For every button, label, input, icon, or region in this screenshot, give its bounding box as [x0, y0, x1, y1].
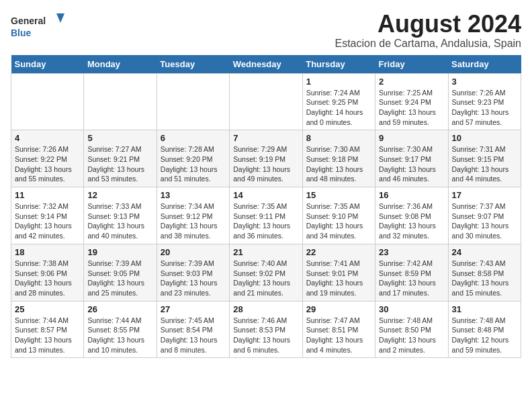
- day-info: Sunrise: 7:24 AM Sunset: 9:25 PM Dayligh…: [306, 88, 371, 128]
- day-info: Sunrise: 7:48 AM Sunset: 8:50 PM Dayligh…: [379, 316, 444, 355]
- day-number: 12: [87, 190, 152, 200]
- day-number: 22: [306, 247, 371, 257]
- day-of-week-header: Monday: [84, 55, 157, 74]
- calendar-day-cell: [11, 73, 84, 130]
- day-number: 28: [233, 304, 298, 314]
- calendar-day-cell: [230, 73, 302, 130]
- calendar-day-cell: 18Sunrise: 7:38 AM Sunset: 9:06 PM Dayli…: [11, 244, 84, 301]
- calendar-day-cell: 19Sunrise: 7:39 AM Sunset: 9:05 PM Dayli…: [84, 244, 157, 301]
- day-number: 10: [452, 133, 517, 143]
- title-area: August 2024 Estacion de Cartama, Andalus…: [335, 11, 522, 50]
- day-number: 31: [452, 304, 517, 314]
- day-info: Sunrise: 7:44 AM Sunset: 8:57 PM Dayligh…: [15, 316, 80, 355]
- calendar-day-cell: 23Sunrise: 7:42 AM Sunset: 8:59 PM Dayli…: [375, 244, 448, 301]
- calendar-day-cell: 28Sunrise: 7:46 AM Sunset: 8:53 PM Dayli…: [230, 301, 302, 358]
- day-number: 29: [306, 304, 371, 314]
- day-number: 15: [306, 190, 371, 200]
- calendar-body: 1Sunrise: 7:24 AM Sunset: 9:25 PM Daylig…: [11, 73, 521, 358]
- day-info: Sunrise: 7:28 AM Sunset: 9:20 PM Dayligh…: [161, 144, 226, 184]
- day-number: 13: [161, 190, 226, 200]
- calendar-day-cell: 26Sunrise: 7:44 AM Sunset: 8:55 PM Dayli…: [84, 301, 157, 358]
- day-info: Sunrise: 7:45 AM Sunset: 8:54 PM Dayligh…: [161, 316, 226, 355]
- calendar-day-cell: 17Sunrise: 7:37 AM Sunset: 9:07 PM Dayli…: [448, 187, 521, 244]
- day-number: 27: [161, 304, 226, 314]
- location: Estacion de Cartama, Andalusia, Spain: [335, 38, 522, 50]
- day-info: Sunrise: 7:41 AM Sunset: 9:01 PM Dayligh…: [306, 259, 371, 298]
- calendar-day-cell: [157, 73, 229, 130]
- day-info: Sunrise: 7:46 AM Sunset: 8:53 PM Dayligh…: [233, 316, 298, 355]
- day-of-week-header: Saturday: [448, 55, 521, 74]
- calendar-day-cell: 24Sunrise: 7:43 AM Sunset: 8:58 PM Dayli…: [448, 244, 521, 301]
- calendar-day-cell: 30Sunrise: 7:48 AM Sunset: 8:50 PM Dayli…: [375, 301, 448, 358]
- day-number: 18: [15, 247, 80, 257]
- day-of-week-header: Friday: [375, 55, 448, 74]
- calendar-day-cell: 15Sunrise: 7:35 AM Sunset: 9:10 PM Dayli…: [302, 187, 375, 244]
- calendar-header-row: SundayMondayTuesdayWednesdayThursdayFrid…: [11, 55, 521, 74]
- calendar-day-cell: [84, 73, 157, 130]
- day-info: Sunrise: 7:29 AM Sunset: 9:19 PM Dayligh…: [233, 144, 298, 184]
- day-info: Sunrise: 7:25 AM Sunset: 9:24 PM Dayligh…: [379, 88, 444, 128]
- day-number: 9: [379, 133, 444, 143]
- day-info: Sunrise: 7:42 AM Sunset: 8:59 PM Dayligh…: [379, 259, 444, 298]
- day-number: 24: [452, 247, 517, 257]
- day-number: 17: [452, 190, 517, 200]
- day-number: 5: [87, 133, 152, 143]
- day-info: Sunrise: 7:47 AM Sunset: 8:51 PM Dayligh…: [306, 316, 371, 355]
- day-info: Sunrise: 7:31 AM Sunset: 9:15 PM Dayligh…: [452, 144, 517, 184]
- day-number: 3: [452, 77, 517, 87]
- calendar-day-cell: 21Sunrise: 7:40 AM Sunset: 9:02 PM Dayli…: [230, 244, 302, 301]
- day-of-week-header: Wednesday: [230, 55, 302, 74]
- day-number: 8: [306, 133, 371, 143]
- calendar-day-cell: 22Sunrise: 7:41 AM Sunset: 9:01 PM Dayli…: [302, 244, 375, 301]
- logo-svg: General Blue: [11, 11, 64, 41]
- day-info: Sunrise: 7:35 AM Sunset: 9:11 PM Dayligh…: [233, 201, 298, 241]
- calendar-day-cell: 2Sunrise: 7:25 AM Sunset: 9:24 PM Daylig…: [375, 73, 448, 130]
- day-info: Sunrise: 7:43 AM Sunset: 8:58 PM Dayligh…: [452, 259, 517, 298]
- calendar-day-cell: 20Sunrise: 7:39 AM Sunset: 9:03 PM Dayli…: [157, 244, 229, 301]
- calendar-week-row: 11Sunrise: 7:32 AM Sunset: 9:14 PM Dayli…: [11, 187, 521, 244]
- calendar-week-row: 25Sunrise: 7:44 AM Sunset: 8:57 PM Dayli…: [11, 301, 521, 358]
- day-info: Sunrise: 7:39 AM Sunset: 9:05 PM Dayligh…: [87, 259, 152, 298]
- calendar-day-cell: 9Sunrise: 7:30 AM Sunset: 9:17 PM Daylig…: [375, 130, 448, 187]
- day-info: Sunrise: 7:32 AM Sunset: 9:14 PM Dayligh…: [15, 201, 80, 241]
- calendar-day-cell: 25Sunrise: 7:44 AM Sunset: 8:57 PM Dayli…: [11, 301, 84, 358]
- day-info: Sunrise: 7:34 AM Sunset: 9:12 PM Dayligh…: [161, 201, 226, 241]
- calendar-day-cell: 5Sunrise: 7:27 AM Sunset: 9:21 PM Daylig…: [84, 130, 157, 187]
- day-info: Sunrise: 7:39 AM Sunset: 9:03 PM Dayligh…: [161, 259, 226, 298]
- month-year: August 2024: [335, 11, 522, 38]
- day-info: Sunrise: 7:30 AM Sunset: 9:18 PM Dayligh…: [306, 144, 371, 184]
- day-number: 26: [87, 304, 152, 314]
- day-number: 1: [306, 77, 371, 87]
- calendar-day-cell: 16Sunrise: 7:36 AM Sunset: 9:08 PM Dayli…: [375, 187, 448, 244]
- day-info: Sunrise: 7:37 AM Sunset: 9:07 PM Dayligh…: [452, 201, 517, 241]
- day-number: 16: [379, 190, 444, 200]
- calendar-day-cell: 7Sunrise: 7:29 AM Sunset: 9:19 PM Daylig…: [230, 130, 302, 187]
- day-number: 21: [233, 247, 298, 257]
- day-number: 23: [379, 247, 444, 257]
- calendar-week-row: 18Sunrise: 7:38 AM Sunset: 9:06 PM Dayli…: [11, 244, 521, 301]
- header: General Blue August 2024 Estacion de Car…: [11, 11, 521, 50]
- calendar-day-cell: 11Sunrise: 7:32 AM Sunset: 9:14 PM Dayli…: [11, 187, 84, 244]
- day-number: 19: [87, 247, 152, 257]
- calendar-day-cell: 31Sunrise: 7:48 AM Sunset: 8:48 PM Dayli…: [448, 301, 521, 358]
- day-number: 25: [15, 304, 80, 314]
- day-info: Sunrise: 7:35 AM Sunset: 9:10 PM Dayligh…: [306, 201, 371, 241]
- svg-text:Blue: Blue: [11, 28, 32, 38]
- day-info: Sunrise: 7:26 AM Sunset: 9:22 PM Dayligh…: [15, 144, 80, 184]
- calendar-day-cell: 27Sunrise: 7:45 AM Sunset: 8:54 PM Dayli…: [157, 301, 229, 358]
- calendar-day-cell: 10Sunrise: 7:31 AM Sunset: 9:15 PM Dayli…: [448, 130, 521, 187]
- day-number: 14: [233, 190, 298, 200]
- day-of-week-header: Sunday: [11, 55, 84, 74]
- day-info: Sunrise: 7:30 AM Sunset: 9:17 PM Dayligh…: [379, 144, 444, 184]
- day-info: Sunrise: 7:36 AM Sunset: 9:08 PM Dayligh…: [379, 201, 444, 241]
- day-info: Sunrise: 7:27 AM Sunset: 9:21 PM Dayligh…: [87, 144, 152, 184]
- day-number: 6: [161, 133, 226, 143]
- day-number: 11: [15, 190, 80, 200]
- day-number: 7: [233, 133, 298, 143]
- day-info: Sunrise: 7:44 AM Sunset: 8:55 PM Dayligh…: [87, 316, 152, 355]
- svg-marker-2: [56, 13, 64, 23]
- calendar-day-cell: 29Sunrise: 7:47 AM Sunset: 8:51 PM Dayli…: [302, 301, 375, 358]
- calendar-day-cell: 13Sunrise: 7:34 AM Sunset: 9:12 PM Dayli…: [157, 187, 229, 244]
- day-info: Sunrise: 7:26 AM Sunset: 9:23 PM Dayligh…: [452, 88, 517, 128]
- calendar-day-cell: 8Sunrise: 7:30 AM Sunset: 9:18 PM Daylig…: [302, 130, 375, 187]
